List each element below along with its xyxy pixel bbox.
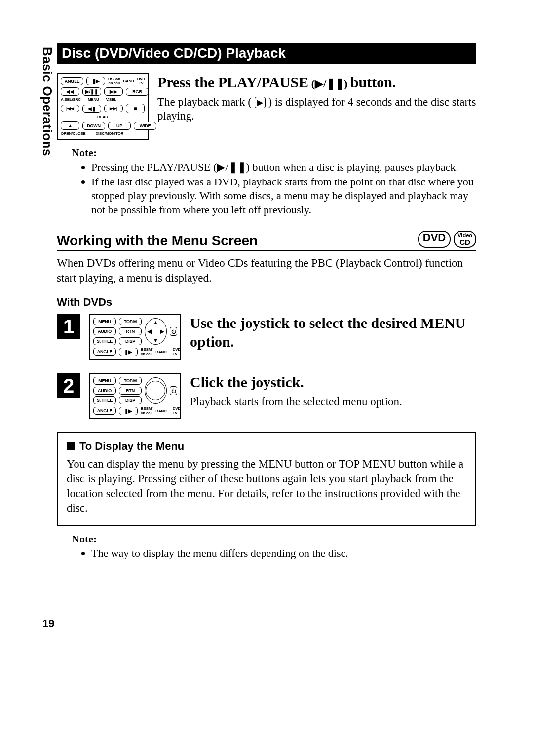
step2-title: Click the joystick.	[190, 373, 476, 392]
key-angle: ANGLE	[93, 348, 116, 356]
section-title-bar: Disc (DVD/Video CD/CD) Playback	[57, 43, 476, 64]
key-angle: ANGLE	[61, 77, 83, 85]
display-menu-title: To Display the Menu	[67, 440, 466, 453]
label-vsel: V.SEL	[106, 98, 116, 102]
note-item: The way to display the menu differs depe…	[91, 546, 476, 560]
key-rewind	[61, 87, 79, 96]
display-menu-box: To Display the Menu You can display the …	[57, 432, 476, 526]
key-rgb: RGB	[126, 88, 149, 96]
step2-body: Playback starts from the selected menu o…	[190, 395, 476, 409]
key-subtitle: S.TITLE	[93, 396, 116, 404]
note-label-2: Note:	[72, 533, 476, 545]
play-pause-body: The playback mark ( ▶ ) is displayed for…	[157, 95, 476, 124]
label-bssm: BSSM/ch call	[141, 406, 152, 415]
play-pause-heading: Press the PLAY/PAUSEbutton.	[157, 73, 476, 92]
side-heading: Basic Operations	[39, 47, 55, 156]
badge-dvd: DVD	[418, 231, 451, 248]
label-dvd-tv: DVDTV	[173, 347, 181, 356]
with-dvds-heading: With DVDs	[57, 296, 476, 309]
key-down: DOWN	[82, 122, 105, 130]
key-top-menu: TOP.M	[119, 318, 142, 325]
key-audio: AUDIO	[93, 327, 116, 335]
step-number-1: 1	[57, 314, 80, 339]
badge-video-cd: Video CD	[454, 231, 476, 248]
key-eject	[61, 121, 79, 130]
label-band: BAND	[123, 79, 134, 83]
key-return: RTN	[119, 387, 142, 395]
note-item: If the last disc played was a DVD, playb…	[91, 175, 476, 216]
key-display: DISP	[119, 396, 142, 404]
key-subtitle: S.TITLE	[93, 337, 116, 345]
key-prev-track	[61, 105, 79, 112]
label-dvd-tv: DVDTV	[173, 406, 181, 415]
media-badges: DVD Video CD	[418, 231, 476, 250]
key-angle: ANGLE	[93, 407, 116, 415]
key-next-track	[104, 105, 123, 112]
power-icon: ⏻	[170, 386, 177, 395]
key-display: DISP	[119, 337, 142, 345]
key-audio: AUDIO	[93, 387, 116, 395]
key-step-back	[82, 105, 101, 113]
remote-diagram-step2: MENU TOP.M AUDIO RTN S.TITLE DISP	[89, 373, 181, 419]
note-label-1: Note:	[72, 146, 476, 159]
key-top-menu: TOP.M	[119, 377, 142, 385]
subsection-title: Working with the Menu Screen	[57, 233, 258, 250]
label-disc-monitor: DISC/MONITOR	[95, 132, 123, 136]
label-open-close: OPEN/CLOSE	[61, 132, 85, 136]
key-step-forward	[119, 407, 138, 415]
remote-diagram-top: ANGLE BSSM/ch call BAND DVDTV RGB A.SEL/…	[57, 73, 149, 140]
playback-mark-icon: ▶	[255, 97, 266, 108]
joystick-arrows-icon: ▲▼◀▶	[145, 318, 167, 345]
label-band: BAND	[155, 350, 166, 354]
key-up: UP	[108, 122, 131, 130]
display-menu-body: You can display the menu by pressing the…	[67, 457, 466, 516]
key-menu: MENU	[93, 318, 116, 325]
label-asel-src: A.SEL/SRC	[61, 98, 81, 102]
note-list-2: The way to display the menu differs depe…	[72, 546, 476, 560]
power-icon: ⏻	[170, 327, 177, 336]
key-stop	[126, 104, 145, 113]
label-menu: MENU	[88, 98, 99, 102]
label-bssm: BSSM/ch call	[141, 347, 152, 356]
step1-title: Use the joystick to select the desired M…	[190, 314, 476, 351]
remote-diagram-step1: MENU TOP.M AUDIO RTN S.TITLE DISP	[89, 314, 181, 360]
subsection-intro: When DVDs offering menu or Video CDs fea…	[57, 256, 476, 286]
label-dvd-tv: DVDTV	[137, 77, 145, 85]
step-number-2: 2	[57, 373, 80, 398]
page-number: 19	[42, 617, 54, 630]
key-fast-forward	[104, 87, 123, 96]
joystick-click-icon	[145, 377, 167, 404]
note-item: Pressing the PLAY/PAUSE (▶/❚❚) button wh…	[91, 160, 476, 174]
key-menu: MENU	[93, 377, 116, 385]
key-step-forward	[86, 77, 105, 85]
label-band: BAND	[155, 409, 166, 413]
key-return: RTN	[119, 327, 142, 335]
key-step-forward	[119, 348, 138, 356]
label-rear: REAR	[97, 115, 108, 119]
note-list-1: Pressing the PLAY/PAUSE (▶/❚❚) button wh…	[72, 160, 476, 217]
label-bssm: BSSM/ch call	[108, 77, 120, 85]
key-play-pause	[82, 87, 101, 96]
key-wide: WIDE	[134, 122, 156, 130]
